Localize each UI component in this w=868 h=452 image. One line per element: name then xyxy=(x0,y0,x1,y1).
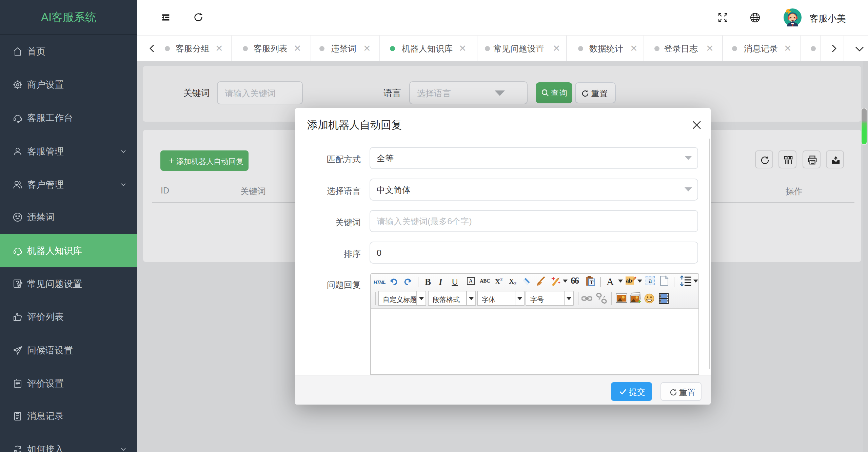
svg-text:T: T xyxy=(590,280,594,285)
svg-text:ab: ab xyxy=(626,278,632,284)
